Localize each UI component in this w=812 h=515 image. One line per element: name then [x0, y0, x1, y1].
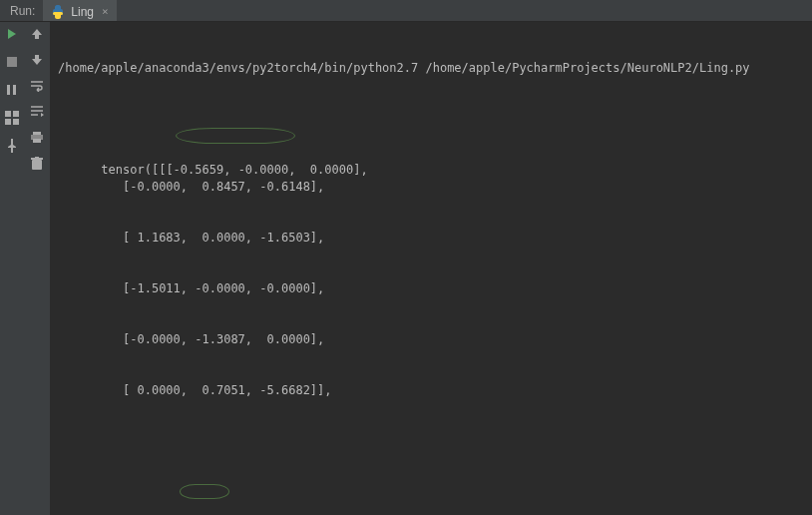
svg-marker-2 — [8, 29, 16, 39]
console-output[interactable]: /home/apple/anaconda3/envs/py2torch4/bin… — [50, 22, 812, 515]
soft-wrap-icon[interactable] — [29, 78, 45, 94]
annotation-oval — [176, 128, 295, 144]
svg-rect-8 — [5, 119, 11, 125]
up-arrow-icon[interactable] — [29, 26, 45, 42]
tab-title: Ling — [71, 5, 94, 19]
down-arrow-icon[interactable] — [29, 52, 45, 68]
svg-rect-10 — [33, 132, 41, 135]
run-tool-header: Run: Ling × — [0, 0, 812, 22]
svg-rect-13 — [32, 160, 42, 170]
output-line: [ 1.1683, 0.0000, -1.6503], — [58, 231, 324, 245]
command-line: /home/apple/anaconda3/envs/py2torch4/bin… — [58, 61, 750, 75]
output-line: [-1.5011, -0.0000, -0.0000], — [58, 281, 324, 295]
print-icon[interactable] — [29, 130, 45, 146]
run-tab-ling[interactable]: Ling × — [43, 0, 116, 21]
svg-rect-7 — [13, 111, 19, 117]
svg-rect-12 — [33, 139, 41, 143]
svg-rect-6 — [5, 111, 11, 117]
stop-icon[interactable] — [4, 54, 20, 70]
pin-icon[interactable] — [4, 138, 20, 154]
layout-icon[interactable] — [4, 110, 20, 126]
pause-icon[interactable] — [4, 82, 20, 98]
annotation-oval — [180, 484, 229, 499]
svg-rect-15 — [35, 157, 39, 159]
python-file-icon — [51, 5, 65, 19]
tab-close-icon[interactable]: × — [102, 5, 109, 18]
svg-rect-9 — [13, 119, 19, 125]
svg-rect-5 — [13, 85, 16, 95]
trash-icon[interactable] — [29, 156, 45, 172]
svg-rect-4 — [7, 85, 10, 95]
run-label: Run: — [0, 4, 43, 18]
rerun-icon[interactable] — [4, 26, 20, 42]
run-toolbar-left — [0, 22, 24, 515]
output-line: [-0.0000, -1.3087, 0.0000], — [58, 332, 324, 346]
run-toolbar-secondary — [24, 22, 50, 515]
scroll-to-end-icon[interactable] — [29, 104, 45, 120]
svg-rect-3 — [7, 57, 17, 67]
output-line: tensor([[[-0.5659, -0.0000, 0.0000], — [101, 163, 367, 177]
output-line: [-0.0000, 0.8457, -0.6148], — [58, 180, 324, 194]
svg-rect-1 — [53, 12, 63, 15]
output-line: [ 0.0000, 0.7051, -5.6682]], — [58, 383, 332, 397]
